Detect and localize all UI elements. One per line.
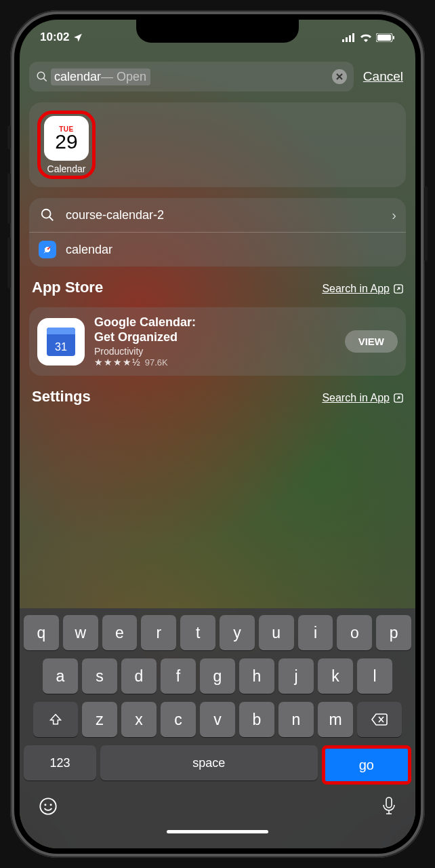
svg-point-13: [40, 798, 56, 814]
key-w[interactable]: w: [63, 615, 98, 650]
mic-icon: [381, 797, 396, 816]
svg-line-8: [43, 78, 47, 81]
home-indicator[interactable]: [167, 830, 268, 833]
google-calendar-icon: 31: [37, 318, 85, 366]
key-l[interactable]: l: [357, 658, 392, 694]
cellular-icon: [342, 33, 356, 42]
volume-up: [7, 173, 11, 224]
svg-rect-0: [342, 39, 344, 42]
search-icon: [36, 71, 48, 83]
appstore-panel: 31 Google Calendar:Get Organized Product…: [29, 307, 406, 376]
external-link-icon: [394, 393, 403, 403]
clear-search-button[interactable]: [332, 69, 347, 84]
backspace-key[interactable]: [357, 702, 402, 737]
settings-heading: Settings: [32, 388, 91, 406]
search-icon: [39, 206, 56, 224]
store-result-title: Google Calendar:Get Organized: [94, 315, 335, 344]
top-hit-panel: TUE 29 Calendar: [29, 102, 406, 187]
battery-icon: [376, 33, 395, 42]
svg-point-9: [42, 210, 51, 218]
key-s[interactable]: s: [82, 658, 117, 694]
external-link-icon: [394, 284, 403, 294]
chevron-right-icon: ›: [392, 208, 396, 223]
appstore-result[interactable]: 31 Google Calendar:Get Organized Product…: [37, 315, 398, 368]
search-suggestion: — Open: [101, 68, 150, 85]
key-b[interactable]: b: [239, 702, 274, 737]
screen: 10:02 calendar — Open: [20, 20, 415, 848]
mute-switch: [7, 125, 11, 149]
power-button: [424, 186, 428, 261]
key-o[interactable]: o: [337, 615, 372, 650]
volume-down: [7, 237, 11, 288]
clear-icon: [336, 73, 343, 80]
iphone-frame: 10:02 calendar — Open: [10, 10, 425, 858]
search-in-app-link[interactable]: Search in App: [322, 392, 403, 404]
space-key[interactable]: space: [100, 745, 318, 781]
key-h[interactable]: h: [239, 658, 274, 694]
calendar-app-icon: TUE 29: [44, 116, 89, 161]
suggestions-panel: course-calendar-2 › calendar: [29, 198, 406, 267]
location-icon: [73, 33, 83, 42]
svg-rect-5: [377, 35, 391, 41]
dictation-key[interactable]: [381, 797, 396, 821]
svg-rect-1: [346, 37, 348, 42]
store-rating: ★★★★½97.6K: [94, 357, 335, 368]
key-p[interactable]: p: [376, 615, 411, 650]
top-hit-calendar-app[interactable]: TUE 29 Calendar: [37, 111, 96, 179]
safari-icon: [39, 241, 56, 258]
key-i[interactable]: i: [298, 615, 333, 650]
search-in-app-link[interactable]: Search in App: [322, 283, 403, 295]
key-v[interactable]: v: [200, 702, 235, 737]
key-m[interactable]: m: [318, 702, 353, 737]
shift-icon: [49, 713, 62, 726]
svg-rect-6: [393, 36, 394, 39]
svg-rect-2: [349, 35, 351, 42]
backspace-icon: [371, 713, 388, 726]
key-n[interactable]: n: [278, 702, 314, 737]
key-u[interactable]: u: [259, 615, 294, 650]
svg-point-14: [44, 804, 46, 806]
emoji-icon: [39, 797, 58, 816]
key-x[interactable]: x: [121, 702, 157, 737]
suggestion-label: course-calendar-2: [66, 208, 164, 222]
calendar-day-number: 29: [55, 132, 77, 152]
status-time: 10:02: [40, 31, 69, 44]
svg-point-7: [37, 72, 45, 79]
key-q[interactable]: q: [24, 615, 59, 650]
key-t[interactable]: t: [180, 615, 215, 650]
keyboard: qwertyuiop asdfghjkl zxcvbnm 123 space g…: [20, 608, 415, 848]
app-label: Calendar: [42, 163, 91, 174]
svg-rect-3: [352, 33, 354, 42]
key-j[interactable]: j: [278, 658, 314, 694]
svg-point-15: [50, 804, 52, 806]
key-y[interactable]: y: [220, 615, 255, 650]
svg-rect-16: [386, 797, 392, 808]
store-category: Productivity: [94, 346, 335, 357]
suggestion-row[interactable]: course-calendar-2 ›: [29, 198, 406, 233]
cancel-button[interactable]: Cancel: [363, 69, 406, 84]
shift-key[interactable]: [33, 702, 78, 737]
notch: [136, 20, 299, 43]
svg-line-10: [49, 217, 54, 221]
search-text: calendar: [51, 68, 101, 85]
spotlight-search-field[interactable]: calendar — Open: [29, 62, 354, 92]
suggestion-row[interactable]: calendar: [29, 233, 406, 267]
appstore-heading: App Store: [32, 279, 103, 296]
view-button[interactable]: VIEW: [345, 330, 398, 353]
wifi-icon: [360, 33, 372, 42]
key-z[interactable]: z: [82, 702, 117, 737]
key-f[interactable]: f: [161, 658, 196, 694]
suggestion-label: calendar: [66, 243, 112, 257]
key-k[interactable]: k: [318, 658, 353, 694]
key-e[interactable]: e: [102, 615, 138, 650]
emoji-key[interactable]: [39, 797, 58, 821]
key-a[interactable]: a: [43, 658, 78, 694]
key-g[interactable]: g: [200, 658, 235, 694]
key-d[interactable]: d: [121, 658, 157, 694]
numbers-key[interactable]: 123: [24, 745, 96, 781]
go-key[interactable]: go: [322, 745, 411, 785]
key-c[interactable]: c: [161, 702, 196, 737]
key-r[interactable]: r: [141, 615, 176, 650]
